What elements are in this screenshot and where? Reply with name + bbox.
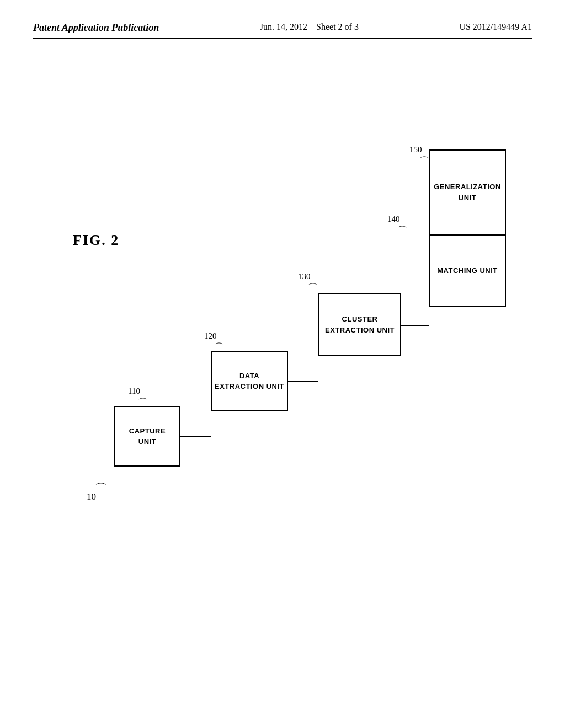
system-curve: ⌒	[95, 480, 107, 497]
connector-120-130	[288, 381, 318, 382]
connector-130-140	[401, 325, 429, 326]
block-140-line1: MATCHING UNIT	[437, 265, 498, 276]
label-130: 130	[298, 272, 311, 281]
block-110-line1: CAPTURE	[129, 426, 166, 437]
block-120-line1: DATA	[239, 371, 259, 382]
publication-label: Patent Application Publication	[33, 22, 159, 34]
block-150-line1: GENERALIZATION	[434, 181, 501, 192]
label-140: 140	[387, 215, 400, 224]
header-date: Jun. 14, 2012	[260, 22, 307, 31]
label-150: 150	[409, 145, 422, 154]
header-sheet: Sheet 2 of 3	[316, 22, 359, 31]
block-120-line2: EXTRACTION UNIT	[215, 381, 284, 392]
block-generalization-unit: GENERALIZATION UNIT	[429, 149, 506, 235]
block-data-extraction-unit: DATA EXTRACTION UNIT	[211, 351, 288, 411]
curve-150: ⌒	[419, 154, 429, 168]
figure-label: FIG. 2	[73, 232, 119, 249]
header-right: US 2012/149449 A1	[459, 22, 532, 32]
block-capture-unit: CAPTURE UNIT	[114, 406, 180, 467]
block-cluster-extraction-unit: CLUSTER EXTRACTION UNIT	[318, 293, 401, 356]
connector-110-120	[180, 436, 211, 437]
diagram-area: FIG. 2 10 ⌒ 110 ⌒ CAPTURE UNIT 120 ⌒ DAT…	[56, 61, 509, 558]
block-130-line2: EXTRACTION UNIT	[325, 325, 395, 336]
page: Patent Application Publication Jun. 14, …	[0, 0, 565, 728]
block-matching-unit: MATCHING UNIT	[429, 235, 506, 307]
header: Patent Application Publication Jun. 14, …	[33, 22, 532, 39]
label-110: 110	[128, 387, 140, 396]
block-150-line2: UNIT	[459, 192, 476, 204]
label-120: 120	[204, 331, 217, 341]
block-110-line2: UNIT	[138, 436, 156, 447]
curve-140: ⌒	[397, 224, 407, 237]
header-center: Jun. 14, 2012 Sheet 2 of 3	[260, 22, 359, 32]
block-130-line1: CLUSTER	[342, 314, 378, 325]
curve-130: ⌒	[308, 281, 318, 295]
